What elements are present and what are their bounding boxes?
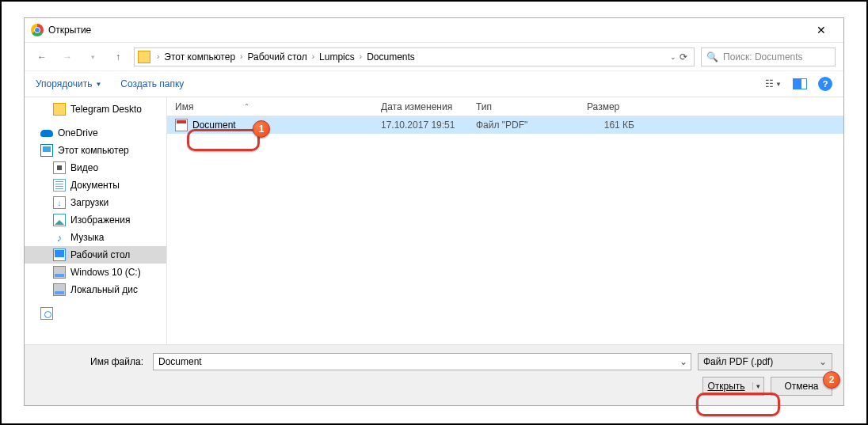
sidebar-item-label: Документы (70, 180, 120, 191)
sidebar-item-label: Изображения (70, 214, 130, 226)
file-date: 17.10.2017 19:51 (373, 120, 468, 131)
chrome-icon (31, 24, 44, 36)
breadcrumb-item[interactable]: Этот компьютер (162, 51, 237, 63)
folder-icon (53, 103, 66, 116)
recent-dropdown[interactable]: ▾ (83, 47, 102, 66)
filename-label: Имя файла: (36, 356, 147, 367)
sidebar-item[interactable]: Музыка (25, 229, 166, 246)
sidebar-item[interactable] (25, 305, 166, 322)
main-area: Telegram DesktoOneDriveЭтот компьютерВид… (25, 97, 843, 344)
video-icon (53, 161, 66, 174)
chevron-right-icon: › (356, 52, 365, 61)
breadcrumb[interactable]: › Этот компьютер › Рабочий стол › Lumpic… (134, 47, 695, 66)
organize-button[interactable]: Упорядочить ▼ (36, 78, 101, 89)
navigation-row: ← → ▾ ↑ › Этот компьютер › Рабочий стол … (25, 42, 843, 70)
chevron-right-icon: › (237, 52, 246, 61)
column-name[interactable]: Имя⌃ (167, 101, 373, 112)
sidebar-item-label: Рабочий стол (70, 249, 130, 260)
img-icon (53, 214, 66, 226)
sidebar-item-label: Этот компьютер (58, 145, 129, 156)
chevron-right-icon: › (309, 52, 318, 61)
chevron-down-icon[interactable]: ⌄ (680, 356, 687, 367)
open-button[interactable]: Открыть (702, 377, 764, 396)
sidebar-item-label: Загрузки (70, 197, 108, 208)
up-button[interactable]: ↑ (108, 47, 128, 66)
file-type: Файл "PDF" (468, 120, 579, 131)
disk-icon (53, 283, 66, 296)
refresh-button[interactable]: ⟳ (680, 51, 687, 63)
onedrive-icon (40, 127, 53, 139)
sidebar-item-label: OneDrive (58, 127, 98, 139)
search-input[interactable]: 🔍 Поиск: Documents (701, 47, 836, 66)
view-icon: ☷ (765, 78, 774, 89)
screenshot-frame: Открытие ✕ ← → ▾ ↑ › Этот компьютер › Ра… (0, 0, 868, 425)
filename-input[interactable]: Document ⌄ (153, 353, 691, 370)
breadcrumb-item[interactable]: Documents (365, 51, 417, 63)
sidebar-item[interactable]: Загрузки (25, 194, 166, 211)
down-icon (53, 196, 66, 209)
cancel-button[interactable]: Отмена (771, 377, 832, 396)
window-title: Открытие (48, 25, 91, 36)
sidebar-item-label: Музыка (70, 232, 104, 243)
breadcrumb-item[interactable]: Lumpics (318, 51, 356, 63)
column-date[interactable]: Дата изменения (373, 101, 468, 112)
back-button[interactable]: ← (32, 47, 51, 66)
file-size: 161 КБ (579, 120, 642, 131)
file-name: Document (192, 120, 236, 131)
bottom-panel: Имя файла: Document ⌄ Файл PDF (.pdf) ⌄ … (25, 344, 843, 405)
forward-button[interactable]: → (58, 47, 77, 66)
pc-icon (40, 144, 53, 157)
preview-pane-button[interactable] (793, 78, 807, 89)
disk-icon (53, 266, 66, 279)
breadcrumb-dropdown[interactable]: ⌄ (670, 53, 676, 61)
chevron-down-icon: ▼ (95, 81, 101, 88)
chevron-down-icon: ⌄ (819, 356, 827, 367)
sidebar-item-label: Видео (70, 162, 98, 173)
chevron-down-icon: ▼ (775, 81, 782, 88)
filetype-filter[interactable]: Файл PDF (.pdf) ⌄ (698, 353, 832, 370)
sidebar-item[interactable]: OneDrive (25, 124, 166, 142)
column-type[interactable]: Тип (468, 101, 579, 112)
column-headers: Имя⌃ Дата изменения Тип Размер (167, 97, 843, 116)
breadcrumb-item[interactable]: Рабочий стол (246, 51, 308, 63)
desktop-icon (53, 249, 66, 261)
close-button[interactable]: ✕ (805, 24, 837, 36)
sort-caret-icon: ⌃ (244, 103, 249, 110)
file-rows: Document17.10.2017 19:51Файл "PDF"161 КБ (167, 116, 843, 344)
pdf-icon (175, 119, 188, 131)
file-list: Имя⌃ Дата изменения Тип Размер Document1… (167, 97, 843, 344)
sidebar-item-label: Локальный дис (70, 284, 138, 295)
sidebar-item[interactable]: Windows 10 (C:) (25, 264, 166, 281)
search-placeholder: Поиск: Documents (723, 51, 803, 63)
music-icon (53, 231, 66, 244)
sidebar-item[interactable]: Локальный дис (25, 281, 166, 298)
new-folder-button[interactable]: Создать папку (120, 78, 184, 89)
view-options-button[interactable]: ☷ ▼ (765, 78, 782, 89)
open-dialog: Открытие ✕ ← → ▾ ↑ › Этот компьютер › Ра… (24, 17, 844, 406)
sidebar-item[interactable]: Изображения (25, 211, 166, 229)
column-size[interactable]: Размер (579, 101, 642, 112)
sidebar-item[interactable]: Этот компьютер (25, 142, 166, 159)
sidebar-item[interactable]: Telegram Deskto (25, 101, 166, 118)
toolbar: Упорядочить ▼ Создать папку ☷ ▼ ? (25, 70, 843, 97)
search-icon: 🔍 (706, 51, 718, 63)
net-icon (40, 307, 53, 320)
folder-icon (138, 51, 150, 63)
sidebar-item[interactable]: Видео (25, 159, 166, 176)
sidebar-item-label: Telegram Deskto (70, 104, 142, 115)
sidebar-item-label: Windows 10 (C:) (70, 267, 141, 278)
doc-icon (53, 179, 66, 192)
sidebar: Telegram DesktoOneDriveЭтот компьютерВид… (25, 97, 167, 344)
chevron-right-icon: › (154, 52, 162, 61)
sidebar-item[interactable]: Документы (25, 176, 166, 194)
help-button[interactable]: ? (818, 77, 832, 91)
sidebar-item[interactable]: Рабочий стол (25, 246, 166, 264)
file-row[interactable]: Document17.10.2017 19:51Файл "PDF"161 КБ (167, 116, 843, 134)
titlebar: Открытие ✕ (25, 18, 843, 42)
